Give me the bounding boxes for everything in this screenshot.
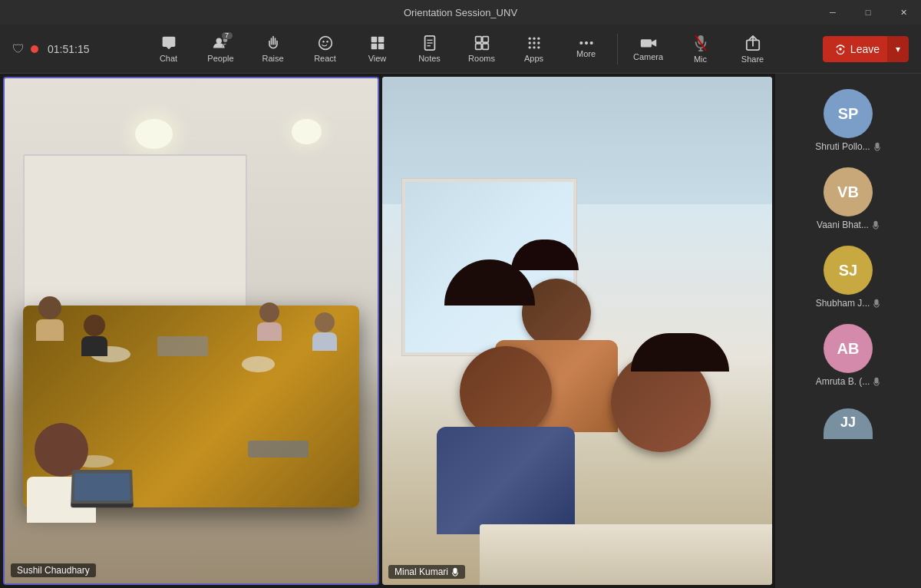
table-item-cup2 [242,356,276,372]
main-content: Sushil Chaudhary [0,74,921,588]
svg-point-3 [322,41,325,43]
person-left-1 [35,296,65,341]
participant-name-sj: Shubham J... [816,298,881,309]
chat-button[interactable]: Chat [144,28,193,71]
notes-button[interactable]: Notes [405,28,454,71]
svg-point-0 [216,38,221,43]
video-area: Sushil Chaudhary [0,74,775,588]
right-table [480,524,772,585]
camera-button[interactable]: Camera [624,28,673,71]
raise-button[interactable]: Raise [249,28,298,71]
svg-rect-39 [875,299,879,306]
video-bg-left [5,78,378,583]
svg-rect-40 [875,378,879,384]
svg-point-22 [537,41,540,44]
svg-point-18 [533,37,535,39]
react-icon [318,35,333,51]
svg-rect-8 [378,43,384,49]
video-tile-right: Minal Kumari [382,77,772,585]
toolbar-right: Leave ▾ [777,36,909,62]
mic-icon-vb [872,220,880,230]
window-title: Orientation Session_UNV [404,7,517,18]
video-bg-right [382,77,772,585]
svg-rect-29 [640,39,651,47]
call-timer: 01:51:15 [48,43,90,55]
react-label: React [314,54,336,63]
participant-card-sj[interactable]: SJ Shubham J... [775,243,921,312]
avatar-jj: JJ [824,408,873,439]
chat-label: Chat [160,54,177,63]
person-right-1 [254,302,285,341]
svg-point-35 [839,48,842,51]
apps-icon [527,35,542,51]
front-laptop [71,470,134,507]
leave-group: Leave ▾ [823,36,909,62]
person-front-left [421,346,590,534]
svg-point-20 [528,41,530,44]
view-button[interactable]: View [353,28,402,71]
svg-point-28 [589,41,593,44]
people-icon: 7 [213,35,229,51]
svg-point-26 [579,41,583,44]
participant-card-jj[interactable]: JJ [775,405,921,442]
view-icon [370,35,385,51]
share-icon [745,35,761,51]
mic-button[interactable]: Mic [676,28,725,71]
participant-card-ab[interactable]: AB Amruta B. (... [775,321,921,390]
mic-icon-sj [873,299,880,308]
camera-icon [640,37,657,49]
share-button[interactable]: Share [728,28,777,71]
person-left-2 [79,315,110,356]
svg-point-23 [528,46,530,48]
mic-label: Mic [694,55,707,64]
svg-point-17 [528,37,530,39]
recording-indicator [31,45,38,53]
avatar-sj: SJ [824,246,873,295]
svg-point-25 [537,46,540,48]
sidebar-participants: SP Shruti Pollo... VB Vaani Bhat... [775,74,921,588]
mic-icon [694,35,708,51]
react-button[interactable]: React [301,28,350,71]
svg-rect-6 [378,36,384,42]
toolbar-separator [617,34,618,64]
table-item-laptop2 [248,441,309,457]
video-tile-left: Sushil Chaudhary [3,77,379,585]
svg-rect-36 [453,568,457,574]
notes-label: Notes [418,54,441,63]
svg-rect-38 [873,221,877,227]
rooms-icon [474,35,490,51]
participant-card-sp[interactable]: SP Shruti Pollo... [775,86,921,155]
raise-icon [266,35,280,51]
avatar-vb: VB [824,167,873,216]
leave-button[interactable]: Leave [823,36,892,62]
leave-chevron[interactable]: ▾ [887,36,909,62]
participant-card-vb[interactable]: VB Vaani Bhat... [775,164,921,233]
minimize-button[interactable]: ─ [815,0,850,25]
participant-name-vb: Vaani Bhat... [817,220,880,230]
toolbar: 🛡 01:51:15 Chat 7 [0,25,921,74]
people-button[interactable]: 7 People [196,28,246,71]
ceiling-light-2 [292,119,322,144]
svg-rect-15 [475,43,481,49]
mic-icon-ab [873,377,880,386]
left-participant-name: Sushil Chaudhary [17,565,90,576]
avatar-ab: AB [824,324,873,373]
svg-point-2 [319,36,332,49]
video-label-left: Sushil Chaudhary [11,563,96,577]
close-button[interactable]: ✕ [886,0,921,25]
leave-label: Leave [850,43,880,55]
maximize-button[interactable]: □ [850,0,886,25]
svg-rect-5 [371,36,377,42]
svg-rect-16 [482,43,488,49]
shield-icon: 🛡 [12,42,25,56]
more-button[interactable]: More [562,28,611,71]
svg-point-19 [537,37,540,39]
ceiling-light [135,119,173,149]
table-item-laptop [157,336,208,356]
apps-button[interactable]: Apps [510,28,559,71]
more-label: More [576,49,596,58]
camera-label: Camera [633,52,663,61]
notes-icon [423,35,437,51]
rooms-button[interactable]: Rooms [457,28,507,71]
svg-point-21 [533,41,535,44]
